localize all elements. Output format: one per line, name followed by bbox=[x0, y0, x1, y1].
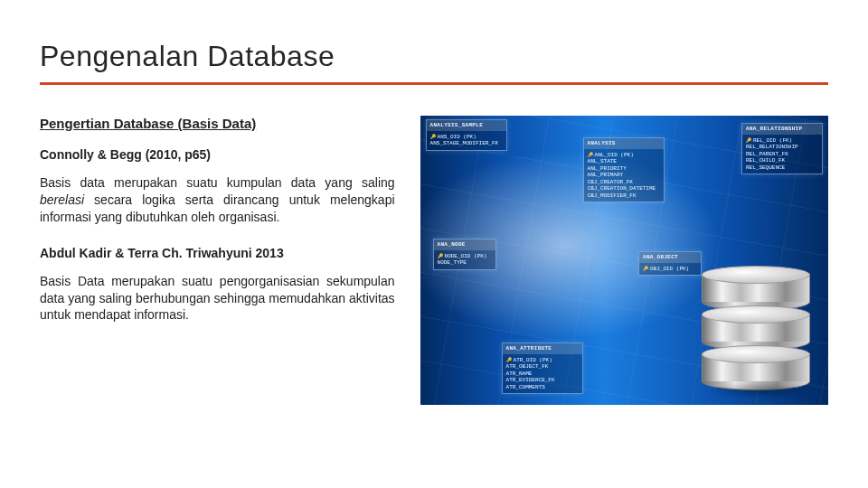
definition-2-text: Basis Data merupakan suatu pengorganisas… bbox=[40, 273, 395, 324]
er-table-node: ANA_NODE NODE_OID (PK) NODE_TYPE bbox=[433, 239, 496, 270]
section-heading: Pengertian Database (Basis Data) bbox=[40, 116, 395, 131]
slide-title: Pengenalan Database bbox=[40, 40, 828, 80]
text-column: Pengertian Database (Basis Data) Connoll… bbox=[40, 116, 395, 405]
illustration: ANALYSIS_SAMPLE ANS_OID (PK) ANS_STAGE_M… bbox=[420, 116, 828, 405]
definition-1-citation: Connolly & Begg (2010, p65) bbox=[40, 147, 395, 162]
definition-1-emphasis: berelasi bbox=[40, 192, 84, 207]
definition-1-tail: secara logika serta dirancang untuk mele… bbox=[40, 192, 395, 224]
er-table-sample: ANALYSIS_SAMPLE ANS_OID (PK) ANS_STAGE_M… bbox=[426, 119, 507, 151]
er-table-object: ANA_OBJECT OBJ_OID (PK) bbox=[638, 251, 702, 276]
database-cylinders-icon bbox=[702, 266, 810, 392]
er-table-relationship: ANA_RELATIONSHIP REL_OID (FK) REL_RELATI… bbox=[741, 123, 823, 174]
definition-2-citation: Abdul Kadir & Terra Ch. Triwahyuni 2013 bbox=[40, 246, 395, 260]
title-underline bbox=[40, 82, 828, 85]
definition-1-text: Basis data merupakan suatu kumpulan data… bbox=[40, 174, 395, 226]
er-table-attribute: ANA_ATTRIBUTE ATR_OID (PK) ATR_OBJECT_FK… bbox=[502, 343, 583, 394]
definition-1-lead: Basis data merupakan suatu kumpulan data… bbox=[40, 175, 395, 190]
er-table-analysis: ANALYSIS ANL_OID (PK) ANL_STATE ANL_PRIO… bbox=[583, 137, 665, 202]
